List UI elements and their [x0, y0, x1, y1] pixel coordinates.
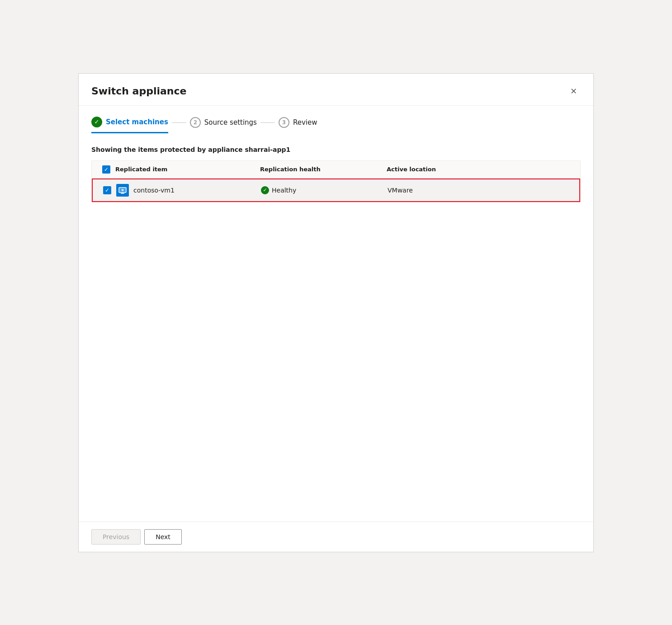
vm-icon-svg — [118, 186, 127, 194]
step-source-settings[interactable]: 2 Source settings — [190, 117, 257, 132]
step-select-machines[interactable]: ✓ Select machines — [91, 117, 168, 133]
vm-name: contoso-vm1 — [133, 187, 175, 194]
previous-button[interactable]: Previous — [91, 529, 141, 545]
next-label: Next — [156, 533, 170, 540]
step-3-circle: 3 — [279, 117, 289, 128]
steps-nav: ✓ Select machines 2 Source settings 3 Re… — [91, 117, 581, 133]
previous-label: Previous — [103, 533, 129, 540]
next-button[interactable]: Next — [144, 529, 182, 545]
svg-point-2 — [122, 189, 124, 191]
vm-icon — [116, 184, 129, 197]
step-review[interactable]: 3 Review — [279, 117, 317, 132]
table-header-row: ✓ Replicated item Replication health Act… — [92, 161, 580, 179]
dialog-title: Switch appliance — [91, 85, 186, 97]
machines-table: ✓ Replicated item Replication health Act… — [91, 160, 581, 202]
row-checkmark-icon: ✓ — [105, 188, 109, 193]
col-header-replicated-item: Replicated item — [115, 166, 260, 173]
select-all-checkmark: ✓ — [104, 167, 109, 172]
section-description: Showing the items protected by appliance… — [91, 146, 581, 153]
step-2-label: Source settings — [204, 118, 257, 127]
health-icon: ✓ — [261, 186, 269, 194]
step-2-number: 2 — [194, 119, 197, 126]
health-checkmark-icon: ✓ — [263, 187, 267, 193]
active-location: VMware — [388, 187, 413, 194]
row-item-cell: contoso-vm1 — [116, 184, 261, 197]
close-icon: ✕ — [570, 86, 577, 96]
switch-appliance-dialog: Switch appliance ✕ ✓ Select machines 2 S… — [78, 73, 594, 552]
row-location-cell: VMware — [388, 186, 574, 194]
row-checkbox[interactable]: ✓ — [103, 186, 111, 194]
table-row[interactable]: ✓ contoso-vm1 — [92, 179, 580, 202]
dialog-footer: Previous Next — [79, 522, 593, 552]
checkmark-icon: ✓ — [95, 118, 99, 125]
step-separator-2 — [260, 122, 275, 123]
col-header-replication-health: Replication health — [260, 166, 387, 173]
health-status: Healthy — [272, 187, 296, 194]
step-1-label: Select machines — [106, 118, 168, 126]
step-1-circle: ✓ — [91, 117, 102, 127]
step-3-number: 3 — [282, 119, 286, 126]
step-separator-1 — [172, 122, 186, 123]
step-3-label: Review — [293, 118, 317, 127]
col-header-active-location: Active location — [387, 166, 575, 173]
step-2-circle: 2 — [190, 117, 201, 128]
header-checkbox-cell: ✓ — [97, 165, 115, 174]
close-button[interactable]: ✕ — [567, 85, 581, 98]
row-health-cell: ✓ Healthy — [261, 186, 388, 194]
row-checkbox-cell: ✓ — [98, 186, 116, 194]
select-all-checkbox[interactable]: ✓ — [102, 165, 110, 174]
dialog-body: ✓ Select machines 2 Source settings 3 Re… — [79, 106, 593, 522]
dialog-header: Switch appliance ✕ — [79, 74, 593, 106]
